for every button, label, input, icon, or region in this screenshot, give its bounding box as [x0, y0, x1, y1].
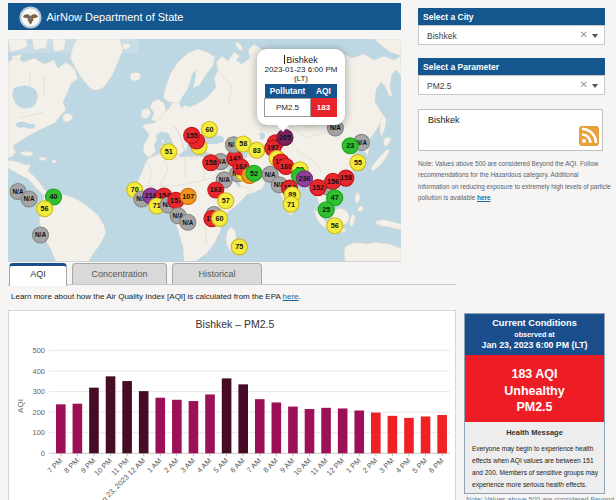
svg-text:47: 47	[331, 193, 339, 202]
svg-text:8 AM: 8 AM	[261, 456, 279, 474]
svg-text:8 PM: 8 PM	[62, 456, 81, 475]
svg-text:236: 236	[299, 174, 311, 183]
svg-text:7 AM: 7 AM	[245, 456, 263, 474]
svg-text:6 PM: 6 PM	[427, 456, 446, 475]
svg-text:100: 100	[32, 428, 45, 437]
svg-text:Bishkek – PM2.5: Bishkek – PM2.5	[196, 318, 275, 330]
svg-text:4 PM: 4 PM	[394, 456, 413, 475]
svg-text:56: 56	[41, 204, 49, 213]
svg-text:400: 400	[32, 367, 45, 376]
svg-text:1 PM: 1 PM	[344, 456, 363, 475]
svg-text:55: 55	[354, 158, 362, 167]
svg-text:158: 158	[205, 158, 217, 167]
svg-text:60: 60	[205, 125, 213, 134]
svg-text:3 PM: 3 PM	[377, 456, 396, 475]
svg-text:N/A: N/A	[330, 124, 341, 131]
svg-text:12 PM: 12 PM	[325, 456, 346, 477]
svg-text:52: 52	[250, 169, 258, 178]
svg-text:5 AM: 5 AM	[212, 456, 230, 474]
svg-text:83: 83	[253, 146, 261, 155]
svg-text:51: 51	[165, 147, 173, 156]
svg-text:40: 40	[50, 192, 58, 201]
svg-text:60: 60	[216, 214, 224, 223]
svg-text:25: 25	[322, 205, 330, 214]
svg-text:6 AM: 6 AM	[228, 456, 246, 474]
svg-text:23: 23	[346, 141, 354, 150]
svg-text:AQI: AQI	[16, 399, 25, 413]
svg-text:4 AM: 4 AM	[195, 456, 213, 474]
svg-text:N/A: N/A	[23, 195, 34, 202]
svg-text:5 PM: 5 PM	[410, 456, 429, 475]
svg-text:56: 56	[331, 221, 339, 230]
svg-text:3 AM: 3 AM	[179, 456, 197, 474]
svg-text:156: 156	[327, 177, 339, 186]
svg-text:200: 200	[32, 408, 45, 417]
svg-text:7 PM: 7 PM	[46, 456, 65, 475]
svg-text:155: 155	[186, 131, 198, 140]
svg-text:1 AM: 1 AM	[145, 456, 163, 474]
svg-text:75: 75	[235, 242, 243, 251]
svg-text:N/A: N/A	[35, 231, 46, 238]
svg-text:2 PM: 2 PM	[361, 456, 380, 475]
svg-text:152: 152	[312, 183, 324, 192]
svg-text:71: 71	[287, 200, 295, 209]
svg-text:N/A: N/A	[12, 188, 23, 195]
svg-text:160: 160	[280, 162, 292, 171]
svg-text:10 PM: 10 PM	[92, 456, 113, 477]
svg-text:58: 58	[239, 139, 247, 148]
svg-text:2 AM: 2 AM	[162, 456, 180, 474]
svg-text:205: 205	[279, 133, 291, 142]
svg-text:500: 500	[32, 346, 45, 355]
svg-text:300: 300	[32, 387, 45, 396]
svg-text:N/A: N/A	[182, 219, 193, 226]
svg-text:0: 0	[41, 449, 45, 458]
svg-text:163: 163	[210, 185, 222, 194]
svg-text:N/A: N/A	[265, 171, 276, 178]
svg-text:57: 57	[222, 196, 230, 205]
svg-text:107: 107	[182, 192, 194, 201]
svg-text:N/A: N/A	[219, 176, 230, 183]
svg-text:10 AM: 10 AM	[292, 456, 313, 477]
svg-text:158: 158	[340, 173, 352, 182]
